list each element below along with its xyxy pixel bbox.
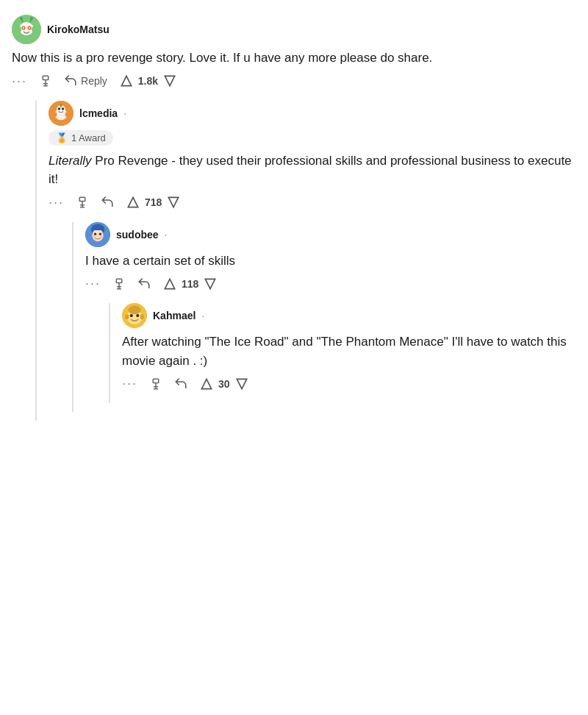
comment-sudobee: sudobee · I have a certain set of skills…	[85, 222, 576, 404]
svg-point-28	[92, 235, 96, 237]
dot-sudobee: ·	[165, 229, 168, 241]
username-lcmedia: lcmedia	[79, 107, 118, 119]
svg-point-19	[65, 112, 68, 116]
svg-point-11	[32, 26, 36, 32]
svg-point-33	[130, 314, 133, 317]
vote-count-lcmedia: 718	[145, 196, 162, 208]
award-btn-icon-sudobee	[112, 277, 126, 291]
reply-button-lcmedia[interactable]	[101, 196, 114, 209]
svg-point-35	[125, 314, 129, 319]
svg-point-27	[99, 232, 101, 235]
downvote-lcmedia[interactable]	[166, 195, 181, 210]
nested-kahmael: Kahmael · After watching "The Ice Road" …	[109, 303, 576, 403]
downvote-kahmael[interactable]	[234, 377, 249, 391]
svg-point-26	[94, 232, 96, 235]
username-kahmael: Kahmael	[153, 310, 196, 321]
downvote-sudobee[interactable]	[203, 277, 218, 291]
action-bar-kiroko: ··· Reply 1.8k	[12, 74, 576, 89]
award-icon-kiroko	[39, 74, 52, 88]
action-bar-kahmael: ···	[122, 376, 576, 391]
award-button-sudobee[interactable]	[112, 277, 126, 291]
award-icon-lcmedia: 🏅	[56, 132, 68, 143]
downvote-kiroko[interactable]	[162, 74, 177, 88]
more-options-lcmedia[interactable]: ···	[49, 195, 64, 210]
svg-point-7	[20, 17, 23, 20]
vote-count-kahmael: 30	[218, 378, 230, 390]
action-bar-sudobee: ···	[85, 276, 576, 291]
award-text-lcmedia: 1 Award	[71, 132, 106, 143]
svg-point-34	[136, 314, 139, 317]
comment-header-kiroko: KirokoMatsu	[12, 15, 576, 44]
svg-point-10	[17, 26, 21, 32]
comment-body-kiroko: Now this is a pro revenge story. Love it…	[12, 49, 576, 68]
reply-icon-lcmedia	[101, 196, 114, 209]
action-bar-lcmedia: ···	[49, 195, 576, 210]
vote-group-kahmael: 30	[199, 377, 249, 391]
comment-body-sudobee: I have a certain set of skills	[85, 252, 576, 271]
award-button-kahmael[interactable]	[149, 377, 162, 391]
svg-rect-22	[79, 197, 85, 201]
dot-kahmael: ·	[201, 310, 204, 321]
nested-sudobee: sudobee · I have a certain set of skills…	[72, 222, 576, 413]
reply-button-sudobee[interactable]	[137, 277, 151, 291]
dot-lcmedia: ·	[123, 107, 126, 119]
reply-icon-sudobee	[137, 277, 151, 291]
more-options-kahmael[interactable]: ···	[122, 376, 137, 391]
reply-button-kiroko[interactable]: Reply	[64, 74, 107, 88]
svg-rect-30	[116, 279, 122, 282]
svg-point-37	[129, 305, 141, 314]
svg-point-5	[29, 27, 30, 29]
comment-kiroko: KirokoMatsu Now this is a pro revenge st…	[12, 15, 576, 421]
svg-point-29	[100, 235, 104, 237]
comment-header-kahmael: Kahmael ·	[122, 303, 576, 328]
upvote-lcmedia[interactable]	[126, 195, 140, 210]
award-button-kiroko[interactable]	[39, 74, 52, 88]
svg-point-18	[54, 112, 57, 116]
svg-point-4	[23, 27, 24, 29]
reply-icon-kiroko	[64, 74, 77, 88]
upvote-kiroko[interactable]	[119, 74, 134, 88]
award-btn-icon-lcmedia	[76, 196, 89, 209]
reply-label-kiroko: Reply	[81, 75, 107, 87]
comment-kahmael: Kahmael · After watching "The Ice Road" …	[122, 303, 576, 394]
avatar-lcmedia	[49, 101, 74, 126]
svg-rect-12	[43, 76, 49, 79]
comment-body-lcmedia: Literally Pro Revenge - they used their …	[49, 152, 576, 189]
award-button-lcmedia[interactable]	[76, 196, 89, 209]
svg-point-25	[92, 229, 103, 241]
svg-rect-38	[153, 379, 159, 383]
reply-icon-kahmael	[174, 377, 187, 391]
more-options-kiroko[interactable]: ···	[12, 74, 27, 89]
svg-point-9	[30, 17, 33, 20]
comment-lcmedia: lcmedia · 🏅 1 Award Literally Pro Reveng…	[49, 101, 576, 413]
username-kiroko: KirokoMatsu	[47, 24, 110, 35]
more-options-sudobee[interactable]: ···	[85, 276, 101, 291]
reply-button-kahmael[interactable]	[174, 377, 187, 391]
avatar-sudobee	[85, 222, 110, 247]
svg-point-36	[140, 314, 144, 319]
vote-group-kiroko: 1.8k	[119, 74, 177, 88]
avatar-kiroko	[12, 15, 41, 44]
avatar-kahmael	[122, 303, 147, 328]
upvote-sudobee[interactable]	[162, 277, 177, 291]
username-sudobee: sudobee	[116, 229, 159, 241]
svg-point-17	[62, 107, 64, 110]
award-badge-lcmedia: 🏅 1 Award	[49, 130, 113, 146]
vote-group-sudobee: 118	[162, 277, 218, 291]
comment-body-kahmael: After watching "The Ice Road" and "The P…	[122, 332, 576, 370]
svg-point-16	[58, 107, 60, 110]
comment-header-sudobee: sudobee ·	[85, 222, 576, 247]
award-btn-icon-kahmael	[149, 377, 162, 391]
nested-lcmedia: lcmedia · 🏅 1 Award Literally Pro Reveng…	[35, 101, 576, 421]
comment-header-lcmedia: lcmedia ·	[49, 101, 576, 126]
vote-count-sudobee: 118	[182, 278, 198, 290]
vote-count-kiroko: 1.8k	[138, 75, 158, 87]
vote-group-lcmedia: 718	[126, 195, 181, 210]
upvote-kahmael[interactable]	[199, 377, 214, 391]
